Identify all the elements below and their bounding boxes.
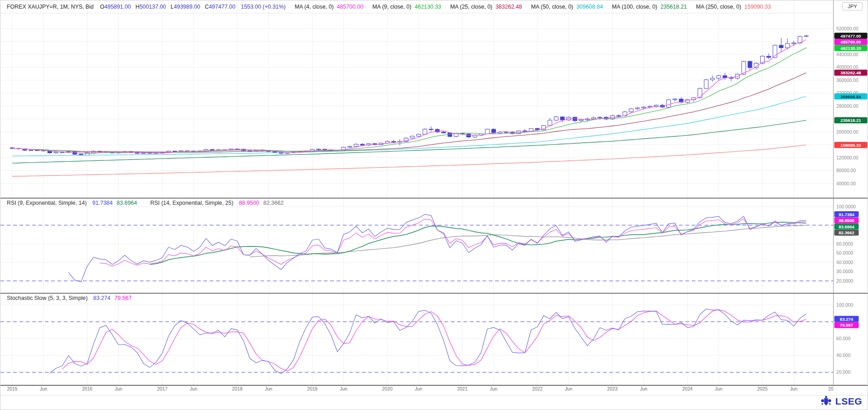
- ma-legend-label: MA (100, close, 0): [612, 4, 657, 10]
- x-tick-label: 2019: [307, 386, 318, 391]
- ma-legend-value: 159090.33: [744, 4, 771, 10]
- chart-header: FOREX XAUJPY=R, 1M, NYS, Bid O495891.00H…: [7, 0, 771, 13]
- rsi-pane-title: RSI (9, Exponential, Simple, 14) 91.7384…: [7, 200, 284, 206]
- x-tick-label: 2022: [532, 386, 543, 391]
- svg-text:309608.84: 309608.84: [840, 94, 861, 99]
- quote-field-label: C: [205, 4, 209, 10]
- indicator-value: 91.7384: [92, 200, 113, 206]
- rsi-14-line: [100, 219, 806, 266]
- x-tick-label: Jun: [415, 386, 423, 391]
- y-tick-label: 400000.00: [836, 65, 858, 70]
- svg-text:383262.48: 383262.48: [840, 70, 861, 75]
- indicator-value: 82.3662: [263, 200, 284, 206]
- lseg-logo-icon: [820, 395, 832, 407]
- y-tick-label: 30.0000: [836, 269, 853, 274]
- rsi-values-2: 88.950082.3662: [235, 200, 284, 206]
- stoch-k-line: [50, 309, 806, 374]
- x-axis-labels: 2015Jun2016Jun2017Jun2018Jun2019Jun2020J…: [7, 386, 834, 391]
- svg-text:91.7384: 91.7384: [839, 212, 854, 217]
- ma-legend-label: MA (50, close, 0): [531, 4, 573, 10]
- overlay-100: [12, 121, 806, 164]
- footer-brand: LSEG: [820, 395, 862, 407]
- x-tick-label: Jun: [640, 386, 647, 391]
- y-tick-label: 80000.00: [836, 168, 856, 173]
- axis-price-badge: 485700.00: [834, 39, 868, 45]
- axis-price-badge: 383262.48: [834, 70, 868, 76]
- quote-field-value: 493989.00: [174, 4, 200, 10]
- y-tick-label: 40.000: [836, 353, 851, 358]
- ma-legend-value: 309608.84: [576, 4, 603, 10]
- stoch-values: 83.27479.567: [89, 295, 132, 301]
- rsi-indicator-label-2: RSI (14, Exponential, Simple, 25): [150, 200, 233, 206]
- svg-text:88.9500: 88.9500: [839, 218, 854, 223]
- x-tick-label: Jun: [715, 386, 723, 391]
- quote-field-label: H: [135, 4, 140, 10]
- svg-text:83.274: 83.274: [840, 317, 854, 322]
- y-tick-label: 520000.00: [836, 26, 858, 31]
- candlestick-series[interactable]: [10, 35, 809, 156]
- x-tick-label: 2024: [682, 386, 693, 391]
- x-tick-label: 20: [828, 386, 834, 391]
- axis-price-badge: 91.7384: [834, 211, 859, 217]
- indicator-value: 88.9500: [239, 200, 259, 206]
- axis-price-badge: 159090.33: [834, 142, 868, 148]
- svg-text:83.6964: 83.6964: [839, 224, 854, 229]
- overlay-250: [12, 145, 806, 176]
- x-tick-label: Jun: [115, 386, 122, 391]
- x-tick-label: Jun: [265, 386, 272, 391]
- stoch-pane-title: Stochastic Slow (5, 3, 3, Simple) 83.274…: [7, 295, 132, 301]
- x-tick-label: Jun: [490, 386, 497, 391]
- indicator-value: 83.6964: [117, 200, 137, 206]
- svg-text:159090.33: 159090.33: [840, 143, 861, 148]
- y-tick-label: 100.000: [836, 303, 853, 308]
- ma-legend-value: 383262.48: [496, 4, 522, 10]
- axis-price-badge: 88.9500: [834, 217, 859, 223]
- x-tick-label: 2015: [7, 386, 18, 391]
- y-tick-label: 50.0000: [836, 251, 853, 256]
- overlay-4: [12, 40, 806, 154]
- x-tick-label: Jun: [190, 386, 198, 391]
- axis-price-badge: 235618.21: [834, 117, 868, 123]
- stoch-indicator-label: Stochastic Slow (5, 3, 3, Simple): [7, 295, 87, 301]
- rsi-9-line: [68, 214, 806, 282]
- y-tick-label: 200000.00: [836, 130, 858, 135]
- y-tick-label: 360000.00: [836, 78, 858, 83]
- y-tick-label: 60.0000: [836, 241, 853, 246]
- x-tick-label: Jun: [40, 386, 48, 391]
- ma-legend-value: 462130.33: [415, 4, 441, 10]
- ma-legend-value: 235618.21: [661, 4, 687, 10]
- ma-legend-label: MA (25, close, 0): [450, 4, 492, 10]
- axis-price-badge: 83.6964: [834, 223, 859, 229]
- axis-price-badge: 79.567: [834, 322, 859, 328]
- currency-button[interactable]: JPY: [842, 2, 863, 10]
- axis-price-badge: 462130.33: [834, 45, 868, 51]
- axis-price-badge: 309608.84: [834, 93, 868, 99]
- quote-field-value: 495891.00: [104, 4, 131, 10]
- x-tick-label: 2016: [82, 386, 92, 391]
- svg-text:79.567: 79.567: [840, 323, 853, 328]
- overlay-25: [12, 73, 806, 153]
- x-tick-label: 2018: [232, 386, 242, 391]
- svg-text:485700.00: 485700.00: [840, 39, 861, 44]
- svg-text:235618.21: 235618.21: [840, 118, 861, 123]
- chart-app: 40000.0080000.00120000.00160000.00200000…: [0, 0, 868, 410]
- y-tick-label: 440000.00: [836, 52, 858, 57]
- x-tick-label: 2021: [457, 386, 468, 391]
- instrument-title: FOREX XAUJPY=R, 1M, NYS, Bid: [7, 4, 94, 10]
- axis-price-badge: 497477.00: [834, 33, 868, 39]
- y-tick-label: 20.0000: [836, 279, 853, 284]
- y-tick-label: 280000.00: [836, 104, 858, 109]
- x-tick-label: 2017: [157, 386, 168, 391]
- y-tick-label: 60.000: [836, 336, 851, 341]
- ma-legend-label: MA (9, close, 0): [372, 4, 411, 10]
- ma-legend-value: 485700.00: [337, 4, 363, 10]
- y-axis-labels: 20.00040.00060.00080.000100.000: [836, 303, 853, 375]
- indicator-value: 79.567: [115, 295, 132, 301]
- grid-horizontal: [0, 29, 833, 183]
- rsi-sma25-line: [250, 225, 806, 257]
- quote-field-value: 500137.00: [140, 4, 166, 10]
- rsi-values-1: 91.738483.6964: [88, 200, 137, 206]
- axis-price-badge: 82.3662: [834, 230, 859, 236]
- ma-legend-label: MA (4, close, 0): [294, 4, 333, 10]
- grid-vertical: [12, 0, 794, 385]
